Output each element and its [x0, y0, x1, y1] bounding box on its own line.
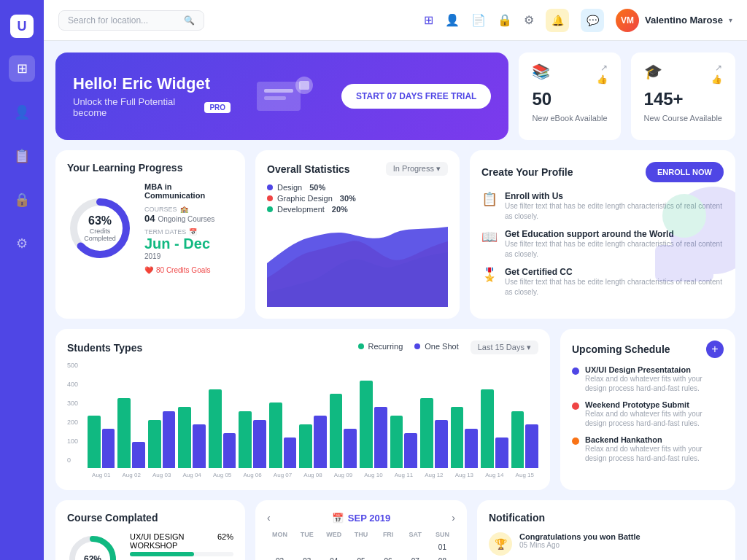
cal-day[interactable]: 03: [294, 555, 320, 560]
document-icon[interactable]: 📄: [471, 13, 486, 27]
cal-next-button[interactable]: ›: [452, 512, 455, 524]
bar-group: Aug 14: [481, 389, 508, 478]
bar-pair: [451, 407, 478, 468]
svg-rect-1: [264, 89, 293, 93]
cal-day[interactable]: 02: [267, 555, 293, 560]
notification-item: 🏆 Congratulations you won Battle 05 Mins…: [489, 532, 724, 556]
students-types-card: Students Types RecurringOne Shot Last 15…: [55, 329, 550, 490]
share-icon2[interactable]: ↗: [715, 63, 722, 73]
svg-rect-2: [264, 96, 286, 100]
cal-month: 📅 SEP 2019: [332, 513, 390, 524]
header: Search for location... 🔍 ⊞ 👤 📄 🔒 ⚙ 🔔 💬 V…: [44, 0, 747, 41]
user-icon[interactable]: 👤: [445, 13, 460, 27]
message-btn[interactable]: 💬: [581, 9, 604, 32]
create-profile-title: Create Your Profile: [481, 166, 573, 178]
schedule-items: UX/UI Design Presentataion Relax and do …: [572, 365, 724, 463]
banner-row: Hello! Eric Widget Unlock the Full Poten…: [55, 52, 735, 140]
cal-day[interactable]: 01: [430, 541, 455, 553]
last-days-filter[interactable]: Last 15 Days ▾: [471, 341, 538, 354]
oneshot-bar: [374, 407, 387, 468]
oneshot-bar: [344, 429, 357, 468]
sidebar-item-analytics[interactable]: 🔒: [9, 187, 35, 213]
course-bar-fill: [130, 552, 194, 556]
schedule-item-title: Weekend Prototype Submit: [585, 400, 724, 409]
svg-point-8: [662, 194, 706, 238]
term-year: 2019: [144, 252, 233, 260]
cal-day[interactable]: 06: [376, 555, 401, 560]
stat-card-ebook: 📚 ↗ 👍 50 New eBook Available: [519, 52, 620, 140]
cal-day-header: TUE: [294, 529, 320, 540]
search-placeholder: Search for location...: [68, 15, 148, 26]
bar-pair: [148, 411, 175, 468]
sidebar-logo[interactable]: U: [10, 15, 34, 38]
user-avatar[interactable]: VM Valentino Marose ▾: [616, 9, 732, 32]
learning-progress-title: Your Learning Progress: [67, 162, 233, 174]
bar-group: Aug 09: [330, 394, 357, 478]
main-content: Search for location... 🔍 ⊞ 👤 📄 🔒 ⚙ 🔔 💬 V…: [44, 0, 747, 560]
profile-item-icon: 📋: [481, 191, 498, 222]
oneshot-bar: [465, 429, 478, 468]
cal-day-header: THU: [348, 529, 374, 540]
cal-day[interactable]: 05: [348, 555, 374, 560]
bar-label: Aug 07: [274, 472, 292, 478]
recurring-bar: [420, 398, 433, 468]
like-icon2[interactable]: 👍: [711, 74, 722, 85]
recurring-bar: [239, 411, 252, 468]
courses-label: COURSES 🏫: [144, 206, 233, 213]
y-axis-label: 400: [67, 381, 78, 388]
add-schedule-button[interactable]: +: [706, 341, 724, 358]
students-legend-item: Recurring: [358, 342, 403, 351]
legend-item: Design50%: [267, 183, 448, 192]
search-box[interactable]: Search for location... 🔍: [58, 10, 204, 31]
banner-text: Hello! Eric Widget Unlock the Full Poten…: [73, 74, 231, 118]
bar-pair: [178, 407, 205, 468]
recurring-bar: [481, 389, 494, 468]
gear-icon[interactable]: ⚙: [524, 13, 534, 27]
bar-group: Aug 13: [451, 407, 478, 478]
stats-filter[interactable]: In Progress ▾: [386, 162, 448, 176]
bar-label: Aug 11: [395, 472, 413, 478]
credits-goal: ❤️ 80 Credits Goals: [144, 266, 233, 274]
schedule-item-desc: Relax and do whatever fits with your des…: [585, 444, 724, 463]
notification-items: 🏆 Congratulations you won Battle 05 Mins…: [489, 532, 724, 560]
bar-label: Aug 05: [213, 472, 231, 478]
banner: Hello! Eric Widget Unlock the Full Poten…: [55, 52, 508, 140]
bar-pair: [360, 381, 387, 468]
oneshot-bar: [495, 438, 508, 468]
area-chart: [267, 219, 448, 307]
notif-icon: 🏆: [489, 532, 512, 556]
bar-pair: [330, 394, 357, 468]
like-icon[interactable]: 👍: [597, 74, 608, 85]
bar-group: Aug 02: [117, 398, 144, 478]
course-completed-card: Course Complated 62% UX/UI DESIGN WORKSH…: [55, 500, 245, 560]
cal-day: [321, 541, 347, 553]
sidebar-item-settings[interactable]: ⚙: [9, 230, 35, 257]
trial-cta-button[interactable]: START 07 DAYS FREE TRIAL: [341, 84, 491, 109]
recurring-bar: [209, 389, 222, 468]
share-icon[interactable]: ↗: [600, 63, 608, 73]
oneshot-bar: [223, 433, 236, 468]
y-axis-label: 300: [67, 400, 78, 407]
svg-rect-9: [655, 245, 713, 281]
sidebar-item-dashboard[interactable]: ⊞: [9, 55, 35, 82]
y-axis-label: 500: [67, 362, 78, 369]
banner-title: Hello! Eric Widget: [73, 74, 231, 93]
legend-item: Graphic Design30%: [267, 194, 448, 203]
calendar-grid: MONTUEWEDTHUFRISATSUN0102030405060708091…: [267, 529, 455, 560]
course-bars: UX/UI DESIGN WORKSHOP 62% WEB DEVELOPMEN…: [130, 532, 233, 560]
bar-pair: [117, 398, 144, 468]
oneshot-bar: [132, 442, 145, 468]
cal-prev-button[interactable]: ‹: [267, 512, 271, 524]
course-name-label: UX/UI DESIGN WORKSHOP: [130, 532, 217, 550]
lock-icon[interactable]: 🔒: [498, 13, 512, 27]
students-legend-item: One Shot: [414, 342, 458, 351]
notification-btn[interactable]: 🔔: [546, 9, 569, 32]
y-axis: 5004003002001000: [67, 362, 78, 464]
sidebar-item-users[interactable]: 👤: [9, 99, 35, 125]
cal-day[interactable]: 07: [403, 555, 428, 560]
cal-day[interactable]: 08: [430, 555, 455, 560]
bar-pair: [239, 411, 266, 468]
cal-day[interactable]: 04: [321, 555, 347, 560]
grid-icon[interactable]: ⊞: [424, 13, 433, 27]
sidebar-item-courses[interactable]: 📋: [9, 143, 35, 169]
